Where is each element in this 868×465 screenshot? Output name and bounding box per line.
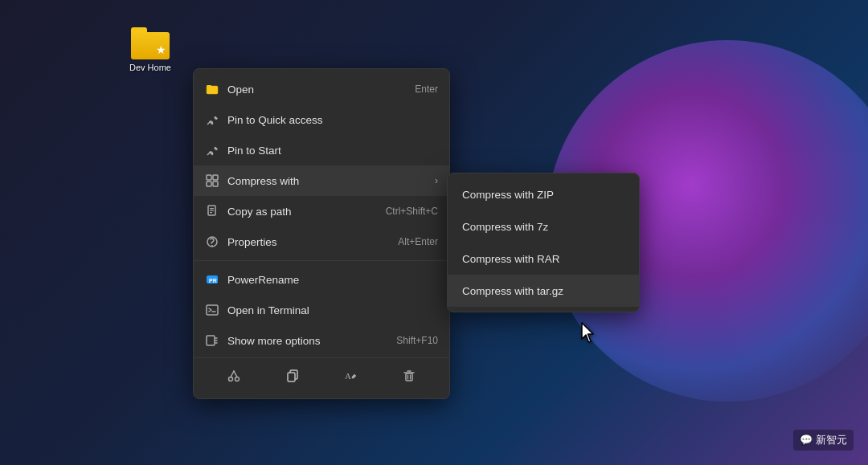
svg-rect-7 [213, 182, 218, 186]
menu-item-open[interactable]: Open Enter [194, 74, 449, 104]
svg-rect-4 [207, 175, 211, 180]
folder-icon: ★ [131, 27, 170, 59]
context-menu: Open Enter Pin to Quick access Pin to St… [193, 68, 450, 399]
folder-body: ★ [131, 32, 170, 59]
copy-path-shortcut: Ctrl+Shift+C [386, 206, 438, 217]
wechat-text: 新智元 [816, 434, 847, 446]
open-label: Open [227, 84, 407, 96]
properties-shortcut: Alt+Enter [398, 236, 438, 247]
menu-item-pin-quick[interactable]: Pin to Quick access [194, 104, 449, 135]
zip-label: Compress with ZIP [462, 189, 624, 201]
svg-text:PR: PR [209, 278, 217, 283]
desktop-icon-devhome[interactable]: ★ Dev Home [125, 22, 176, 77]
svg-line-2 [207, 121, 211, 124]
more-options-label: Show more options [227, 335, 388, 347]
submenu-item-7z[interactable]: Compress with 7z [448, 210, 639, 243]
svg-line-21 [231, 371, 234, 377]
pin-start-label: Pin to Start [227, 145, 438, 157]
open-icon [205, 82, 219, 96]
svg-rect-5 [213, 175, 218, 180]
menu-item-compress[interactable]: Compress with › [194, 165, 449, 196]
svg-rect-9 [210, 208, 214, 209]
svg-rect-24 [288, 373, 295, 381]
more-options-shortcut: Shift+F10 [396, 335, 438, 346]
menu-bottom-bar: A [194, 357, 449, 394]
delete-icon[interactable] [396, 363, 422, 389]
targz-label: Compress with tar.gz [462, 285, 624, 297]
7z-label: Compress with 7z [462, 221, 624, 233]
svg-rect-1 [207, 85, 211, 88]
svg-line-22 [234, 371, 237, 377]
wechat-icon: 💬 [800, 434, 816, 446]
rar-label: Compress with RAR [462, 253, 624, 265]
pin-start-icon [205, 143, 219, 157]
compress-icon [205, 173, 219, 188]
properties-icon [205, 235, 219, 249]
terminal-icon [205, 303, 219, 317]
more-options-icon [205, 333, 219, 348]
svg-rect-16 [207, 305, 218, 315]
svg-rect-18 [207, 336, 215, 345]
menu-item-copy-path[interactable]: Copy as path Ctrl+Shift+C [194, 196, 449, 226]
svg-rect-27 [406, 373, 412, 381]
svg-line-3 [207, 152, 211, 155]
menu-item-properties[interactable]: Properties Alt+Enter [194, 226, 449, 257]
svg-point-13 [211, 245, 213, 247]
menu-divider [194, 260, 449, 261]
terminal-label: Open in Terminal [227, 304, 438, 316]
power-rename-label: PowerRename [227, 274, 438, 286]
copy-path-icon [205, 204, 219, 218]
compress-arrow: › [435, 175, 438, 186]
menu-item-terminal[interactable]: Open in Terminal [194, 295, 449, 325]
folder-star: ★ [156, 43, 166, 56]
menu-item-pin-start[interactable]: Pin to Start [194, 135, 449, 165]
wechat-badge: 💬 新智元 [793, 430, 854, 451]
svg-rect-11 [210, 212, 212, 213]
power-rename-icon: PR [205, 272, 219, 287]
icon-label: Dev Home [129, 63, 171, 72]
submenu-item-rar[interactable]: Compress with RAR [448, 243, 639, 275]
copy-icon[interactable] [280, 363, 305, 389]
submenu-item-targz[interactable]: Compress with tar.gz [448, 275, 639, 307]
open-shortcut: Enter [415, 84, 438, 95]
compress-label: Compress with [227, 175, 427, 187]
pin-quick-label: Pin to Quick access [227, 114, 438, 126]
compress-submenu: Compress with ZIP Compress with 7z Compr… [447, 173, 640, 312]
copy-path-label: Copy as path [227, 206, 378, 218]
pin-quick-icon [205, 112, 219, 127]
cut-icon[interactable] [221, 363, 247, 389]
menu-item-power-rename[interactable]: PR PowerRename [194, 264, 449, 295]
properties-label: Properties [227, 236, 390, 248]
rename-icon[interactable]: A [338, 363, 363, 389]
submenu-item-zip[interactable]: Compress with ZIP [448, 178, 639, 210]
svg-rect-10 [210, 210, 214, 211]
svg-rect-6 [207, 182, 211, 186]
menu-item-more-options[interactable]: Show more options Shift+F10 [194, 325, 449, 356]
svg-text:A: A [345, 371, 351, 381]
